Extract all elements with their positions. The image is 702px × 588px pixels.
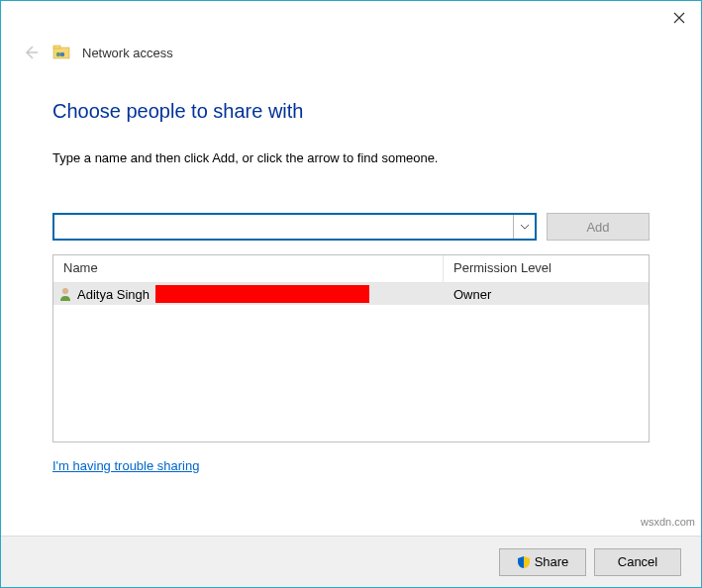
redacted-block — [155, 285, 369, 303]
share-button[interactable]: Share — [499, 548, 586, 576]
chevron-down-icon — [521, 225, 529, 230]
column-header-permission[interactable]: Permission Level — [444, 255, 649, 282]
name-input[interactable] — [54, 215, 513, 239]
titlebar — [1, 1, 701, 33]
table-header: Name Permission Level — [53, 255, 649, 283]
shield-icon — [517, 555, 531, 569]
cell-name: Aditya Singh — [53, 285, 444, 303]
page-heading: Choose people to share with — [52, 100, 650, 123]
svg-point-4 — [62, 288, 68, 294]
user-name-text: Aditya Singh — [77, 287, 150, 302]
watermark: wsxdn.com — [641, 516, 695, 528]
name-combobox — [52, 213, 537, 241]
cancel-button[interactable]: Cancel — [594, 548, 681, 576]
content-area: Choose people to share with Type a name … — [1, 62, 701, 474]
dialog-window: Network access Choose people to share wi… — [0, 0, 702, 588]
input-row: Add — [52, 213, 650, 241]
people-table: Name Permission Level Aditya Singh Owner — [52, 254, 650, 442]
table-row[interactable]: Aditya Singh Owner — [53, 283, 649, 305]
close-icon — [673, 12, 685, 24]
header-row: Network access — [1, 33, 701, 62]
svg-rect-1 — [53, 46, 60, 49]
svg-point-2 — [56, 52, 60, 56]
column-header-name[interactable]: Name — [53, 255, 444, 282]
dropdown-button[interactable] — [513, 215, 535, 239]
footer: Share Cancel — [1, 536, 701, 587]
network-folder-icon — [52, 44, 70, 61]
close-button[interactable] — [665, 7, 693, 29]
user-icon — [57, 286, 73, 302]
instruction-text: Type a name and then click Add, or click… — [52, 150, 650, 165]
svg-point-3 — [60, 52, 64, 56]
share-button-label: Share — [535, 554, 569, 569]
add-button[interactable]: Add — [547, 213, 650, 241]
cell-permission: Owner — [444, 287, 649, 302]
help-link[interactable]: I'm having trouble sharing — [52, 458, 199, 473]
back-arrow-icon — [23, 45, 39, 60]
cancel-button-label: Cancel — [618, 554, 657, 569]
back-button[interactable] — [21, 43, 41, 62]
header-title: Network access — [82, 46, 173, 60]
